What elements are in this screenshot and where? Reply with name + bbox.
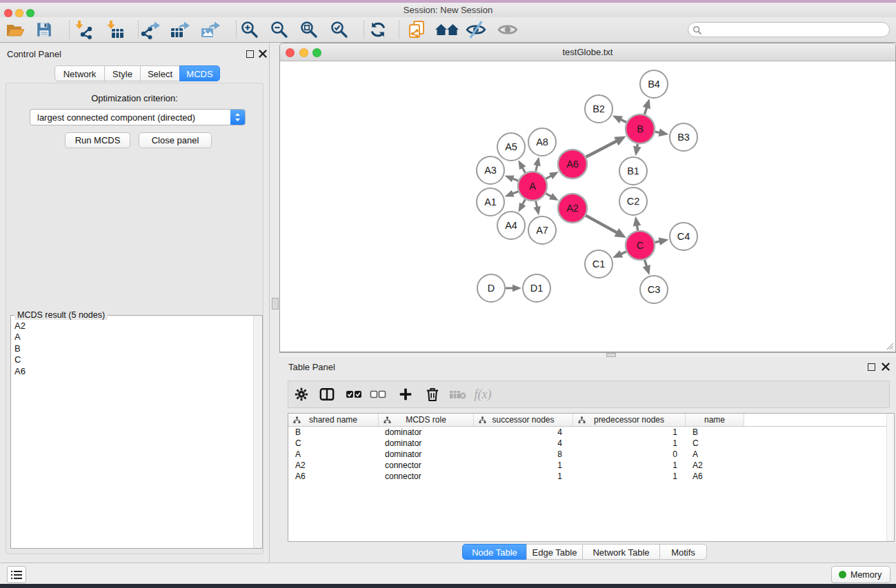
column-header-name[interactable]: name: [686, 414, 744, 426]
desktop-edge-strip: [0, 584, 896, 588]
node-table: shared nameMCDS rolesuccessor nodesprede…: [288, 413, 895, 542]
table-cell: A: [288, 449, 379, 460]
table-row[interactable]: Bdominator41B: [288, 427, 894, 438]
tab-motifs[interactable]: Motifs: [659, 544, 707, 560]
search-field[interactable]: [688, 22, 890, 37]
import-table-button[interactable]: [102, 19, 127, 41]
deselect-all-columns-button[interactable]: [368, 384, 388, 405]
column-header-predecessor-nodes[interactable]: predecessor nodes: [573, 414, 686, 426]
export-table-button[interactable]: [168, 19, 192, 41]
toolbar-separator: [399, 21, 399, 39]
float-table-panel-icon[interactable]: [868, 363, 875, 371]
table-settings-button[interactable]: [291, 384, 312, 405]
graph-node-label: A8: [536, 136, 548, 148]
run-mcds-button[interactable]: Run MCDS: [65, 132, 130, 148]
close-panel-icon[interactable]: [259, 50, 267, 58]
network-view-window: testGlobe.txt AA1A2A3A4A5A6A7A8BB1B2B3B4…: [279, 43, 896, 352]
mcds-result-list: A2ABCA6: [11, 316, 254, 547]
zoom-out-button[interactable]: [267, 19, 292, 41]
table-cell: B: [288, 427, 379, 438]
table-row[interactable]: A6connector11A6: [288, 471, 894, 482]
graph-node-label: A2: [566, 203, 579, 214]
graph-node-label: C2: [627, 196, 640, 207]
create-column-button[interactable]: [395, 384, 416, 405]
mcds-result-item[interactable]: C: [14, 354, 254, 365]
select-all-columns-button[interactable]: [344, 384, 364, 405]
graph-edge-A2-C[interactable]: [586, 216, 617, 234]
tab-network-table[interactable]: Network Table: [582, 544, 660, 560]
open-session-button[interactable]: [3, 19, 28, 41]
table-scrollbar[interactable]: [886, 414, 894, 541]
export-image-icon: [200, 20, 221, 39]
graph-edge-arrowhead: [505, 175, 515, 182]
column-header-MCDS-role[interactable]: MCDS role: [379, 414, 474, 426]
export-image-button[interactable]: [198, 19, 223, 41]
graph-node-label: C4: [677, 231, 690, 242]
tab-network[interactable]: Network: [54, 65, 105, 81]
zoom-selected-button[interactable]: [327, 19, 352, 41]
column-header-successor-nodes[interactable]: successor nodes: [474, 414, 573, 426]
table-cell: dominator: [379, 427, 474, 438]
mcds-result-item[interactable]: A2: [14, 321, 254, 332]
list-icon: [10, 569, 23, 580]
refresh-button[interactable]: [366, 19, 390, 41]
zoom-selected-icon: [330, 20, 349, 39]
resize-grip-icon[interactable]: [884, 341, 894, 350]
memory-button[interactable]: Memory: [831, 566, 890, 583]
zoom-fit-button[interactable]: [297, 19, 321, 41]
horizontal-divider[interactable]: [279, 352, 896, 357]
tab-select[interactable]: Select: [140, 65, 180, 81]
mcds-result-item[interactable]: A: [14, 332, 254, 343]
table-cell: A2: [288, 460, 379, 471]
save-session-button[interactable]: [32, 19, 57, 41]
show-hidden-button[interactable]: [495, 19, 520, 41]
table-row[interactable]: Cdominator41C: [288, 438, 894, 449]
tab-style[interactable]: Style: [104, 65, 141, 81]
mcds-result-box: MCDS result (5 nodes) A2ABCA6: [10, 315, 263, 549]
show-columns-button[interactable]: [317, 384, 337, 405]
table-row[interactable]: A2connector11A2: [288, 460, 894, 471]
select-value: largest connected component (directed): [30, 112, 230, 123]
tab-node-table[interactable]: Node Table: [462, 544, 527, 560]
zoom-in-button[interactable]: [237, 19, 262, 41]
fx-icon: f(x): [475, 387, 492, 402]
graph-edge-arrowhead: [659, 129, 669, 136]
hide-selected-button[interactable]: [464, 19, 488, 41]
network-window-title: testGlobe.txt: [280, 43, 895, 61]
graph-edge-A6-B[interactable]: [586, 141, 618, 157]
select-all-icon: [346, 387, 362, 401]
application-window: Session: New Session: [0, 0, 896, 588]
network-window-titlebar[interactable]: testGlobe.txt: [280, 43, 895, 61]
zoom-out-icon: [270, 20, 289, 39]
session-title: Session: New Session: [0, 3, 896, 17]
delete-column-button[interactable]: [422, 384, 443, 405]
toolbar-separator: [364, 21, 364, 39]
save-floppy-icon: [35, 21, 53, 39]
close-panel-button[interactable]: Close panel: [139, 132, 212, 148]
export-network-button[interactable]: [138, 19, 163, 41]
table-cell: C: [288, 438, 379, 449]
table-row[interactable]: Adominator80A: [288, 449, 894, 460]
result-scrollbar[interactable]: [253, 316, 262, 548]
mcds-result-item[interactable]: B: [14, 343, 254, 354]
mcds-result-item[interactable]: A6: [14, 366, 254, 377]
import-network-button[interactable]: [70, 19, 95, 41]
table-cell: 4: [474, 427, 573, 438]
node-table-header: shared nameMCDS rolesuccessor nodesprede…: [288, 414, 894, 427]
vertical-splitter-handle[interactable]: [272, 298, 279, 310]
tab-edge-table[interactable]: Edge Table: [526, 544, 583, 560]
column-header-shared-name[interactable]: shared name: [288, 414, 379, 426]
task-history-button[interactable]: [7, 566, 26, 583]
tab-mcds[interactable]: MCDS: [179, 65, 220, 81]
search-input[interactable]: [701, 24, 889, 35]
duplicate-network-button[interactable]: [405, 19, 430, 41]
home-button[interactable]: [435, 19, 459, 41]
optimization-criterion-select[interactable]: largest connected component (directed): [30, 109, 246, 125]
column-label: successor nodes: [492, 415, 554, 425]
close-table-panel-icon[interactable]: [882, 363, 890, 371]
network-canvas[interactable]: AA1A2A3A4A5A6A7A8BB1B2B3B4CC1C2C3C4DD1: [280, 61, 895, 352]
float-panel-icon[interactable]: [246, 50, 254, 58]
graph-node-label: C1: [593, 258, 606, 270]
graph-node-label: D: [488, 283, 495, 294]
attribute-icon: [578, 416, 586, 424]
